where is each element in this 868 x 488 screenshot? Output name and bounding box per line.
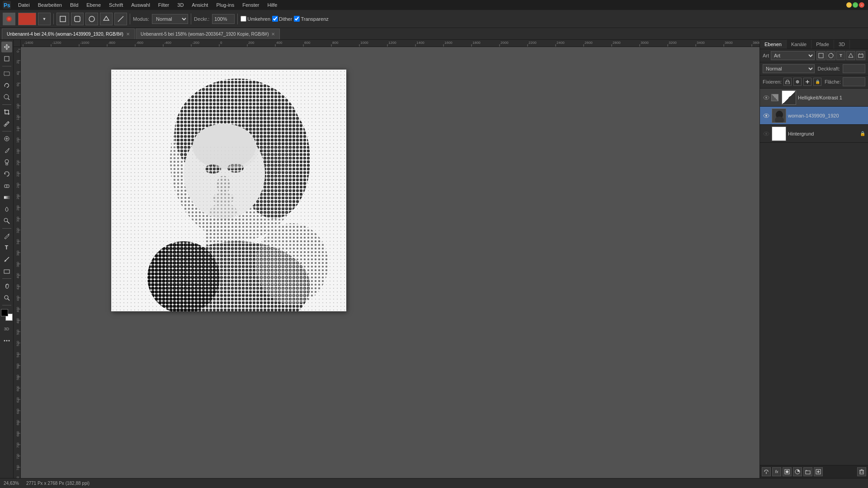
layer-type-adjust[interactable] (826, 51, 835, 60)
lock-transparent-btn[interactable] (783, 78, 792, 86)
move-tool[interactable] (1, 42, 12, 52)
heal-tool[interactable] (1, 133, 12, 144)
lock-position-btn[interactable] (803, 78, 811, 86)
layer-delete-btn[interactable] (857, 467, 866, 476)
dither-checkbox[interactable] (272, 16, 278, 22)
menu-fenster[interactable]: Fenster (239, 1, 263, 9)
tab-1-close[interactable]: ✕ (126, 32, 130, 37)
text-tool[interactable]: T (1, 242, 12, 253)
brush-tool-button[interactable] (3, 13, 15, 25)
svg-text:260: 260 (16, 194, 19, 199)
transparenz-checkbox-label[interactable]: Transparenz (294, 16, 328, 22)
svg-text:360: 360 (16, 250, 19, 256)
history-brush-tool[interactable] (1, 169, 12, 179)
hand-tool[interactable] (1, 281, 12, 291)
crop-tool[interactable] (1, 107, 12, 117)
svg-text:3000: 3000 (641, 41, 649, 45)
lasso-tool[interactable] (1, 80, 12, 91)
svg-rect-21 (4, 196, 9, 199)
layer-item-adjustment[interactable]: Helligkeit/Kontrast 1 (760, 89, 868, 107)
modus-select[interactable]: Normal (152, 14, 188, 24)
pen-tool[interactable] (1, 230, 12, 241)
ellipse-button[interactable] (85, 13, 98, 25)
brush-tool[interactable] (1, 145, 12, 156)
menu-auswahl[interactable]: Auswahl (127, 1, 154, 9)
3d-rotate-tool[interactable]: 3D (1, 324, 12, 334)
tab-2[interactable]: Unbenannt-5 bei 158% (woman-2003647_1920… (136, 28, 280, 39)
polygon-button[interactable] (100, 13, 113, 25)
panel-tab-kanale[interactable]: Kanäle (787, 40, 811, 49)
panel-tab-pfade[interactable]: Pfade (811, 40, 834, 49)
layer-item-background[interactable]: Hintergrund 🔒 (760, 125, 868, 143)
layer-type-shape[interactable] (846, 51, 855, 60)
deckr-input[interactable] (212, 14, 235, 24)
layer-type-text[interactable]: T (836, 51, 845, 60)
tab-1[interactable]: Unbenannt-4 bei 24,6% (woman-1439909_192… (2, 28, 135, 39)
layer-type-pixel[interactable] (816, 51, 826, 60)
layer-style-btn[interactable]: fx (772, 467, 781, 476)
shape-tool[interactable] (1, 266, 12, 277)
menu-ansicht[interactable]: Ansicht (188, 1, 212, 9)
eyedropper-tool[interactable] (1, 118, 12, 129)
brush-size-btn[interactable]: ▼ (38, 13, 51, 25)
layer-2-visibility[interactable] (763, 112, 770, 119)
layer-link-btn[interactable] (762, 467, 771, 476)
rect-marquee-button[interactable] (57, 13, 69, 25)
svg-text:200: 200 (16, 160, 19, 165)
stamp-tool[interactable] (1, 157, 12, 168)
transparenz-checkbox[interactable] (294, 16, 300, 22)
artboard-tool[interactable] (1, 53, 12, 64)
layer-type-smart[interactable] (856, 51, 865, 60)
lock-all-btn[interactable]: 🔒 (813, 78, 821, 86)
panel-tab-ebenen[interactable]: Ebenen (760, 40, 787, 49)
panel-tab-3d[interactable]: 3D (834, 40, 850, 49)
layer-new-btn[interactable] (814, 467, 823, 476)
marquee-tool[interactable] (1, 68, 12, 79)
layer-3-visibility[interactable] (763, 130, 770, 137)
quick-select-tool[interactable] (1, 92, 12, 103)
deckkraft-label: Deckkraft: (817, 66, 840, 71)
foreground-color-swatch[interactable] (1, 309, 8, 316)
close-button[interactable]: × (859, 2, 864, 8)
menu-plugins[interactable]: Plug-ins (212, 1, 238, 9)
canvas-work-area[interactable] (21, 47, 760, 478)
menu-hilfe[interactable]: Hilfe (264, 1, 281, 9)
deckkraft-input[interactable]: 100% (843, 64, 865, 73)
dodge-tool[interactable] (1, 216, 12, 226)
blend-mode-select[interactable]: Normal (763, 64, 815, 73)
layer-3-thumb (772, 127, 786, 141)
line-button[interactable] (114, 13, 127, 25)
zoom-tool[interactable] (1, 292, 12, 303)
minimize-button[interactable]: − (846, 2, 852, 8)
menu-schrift[interactable]: Schrift (105, 1, 127, 9)
layer-group-btn[interactable] (803, 467, 812, 476)
gradient-tool[interactable] (1, 192, 12, 203)
menu-datei[interactable]: Datei (14, 1, 33, 9)
lock-image-btn[interactable] (793, 78, 802, 86)
blur-tool[interactable] (1, 204, 12, 215)
menu-3d[interactable]: 3D (174, 1, 187, 9)
layer-item-image[interactable]: woman-1439909_1920 (760, 107, 868, 125)
layer-adjustment-btn[interactable] (793, 467, 802, 476)
eraser-tool[interactable] (1, 180, 12, 191)
extra-tools[interactable] (1, 335, 12, 346)
image-canvas[interactable] (111, 70, 346, 311)
menu-filter[interactable]: Filter (155, 1, 173, 9)
menu-bearbeiten[interactable]: Bearbeiten (34, 1, 66, 9)
umkehren-checkbox-label[interactable]: Umkehren (241, 16, 270, 22)
panel-tabs: Ebenen Kanäle Pfade 3D (760, 40, 868, 49)
layer-mask-btn[interactable] (783, 467, 792, 476)
flache-input[interactable]: 100% (843, 77, 865, 86)
dither-checkbox-label[interactable]: Dither (272, 16, 292, 22)
path-select-tool[interactable] (1, 254, 12, 265)
round-rect-button[interactable] (71, 13, 84, 25)
brush-color-swatch[interactable] (18, 13, 36, 25)
layer-1-visibility[interactable] (763, 94, 770, 101)
tab-2-close[interactable]: ✕ (271, 32, 275, 37)
maximize-button[interactable]: □ (853, 2, 858, 8)
art-select[interactable]: Art (771, 51, 815, 60)
menu-bild[interactable]: Bild (66, 1, 82, 9)
color-swatch-container[interactable] (1, 309, 13, 321)
menu-ebene[interactable]: Ebene (83, 1, 104, 9)
umkehren-checkbox[interactable] (241, 16, 246, 22)
